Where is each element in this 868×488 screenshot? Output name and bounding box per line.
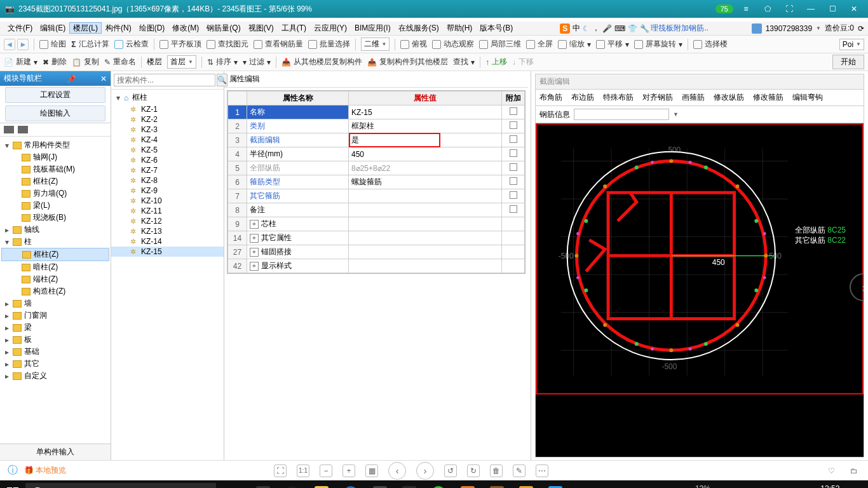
- tree-item[interactable]: ▸其它: [1, 358, 109, 370]
- kz-item[interactable]: ✲KZ-1: [111, 104, 224, 114]
- kz-item[interactable]: ✲KZ-5: [111, 145, 224, 155]
- menu-8[interactable]: 工具(T): [278, 22, 310, 34]
- floor-combo[interactable]: 首层▼: [167, 55, 196, 69]
- menu-11[interactable]: 在线服务(S): [395, 22, 443, 34]
- more-icon[interactable]: ⋯: [536, 464, 548, 477]
- app-10[interactable]: [541, 480, 569, 488]
- rotate-left-icon[interactable]: ↺: [444, 464, 457, 477]
- kz-item[interactable]: ✲KZ-15: [111, 247, 224, 257]
- screenspin-button[interactable]: 屏幕旋转 ▾: [634, 39, 682, 50]
- menu-2[interactable]: 楼层(L): [69, 22, 102, 34]
- start-button[interactable]: 开始: [832, 55, 864, 69]
- tray-clock[interactable]: 12:522017/5/13: [813, 485, 847, 488]
- app-8[interactable]: [483, 480, 511, 488]
- movedown-button[interactable]: ↓ 下移: [512, 57, 534, 67]
- tree-item[interactable]: 构造柱(Z): [1, 285, 109, 297]
- kz-item[interactable]: ✲KZ-13: [111, 226, 224, 236]
- rename-button[interactable]: ✎ 重命名: [104, 57, 136, 67]
- prop-row[interactable]: 7其它箍筋: [228, 189, 525, 203]
- section-tab[interactable]: 布边筋: [571, 92, 594, 103]
- copytoother-button[interactable]: 📤 复制构件到其他楼层: [367, 57, 448, 67]
- kz-item[interactable]: ✲KZ-6: [111, 155, 224, 165]
- copyfromother-button[interactable]: 📥 从其他楼层复制构件: [281, 57, 362, 67]
- local3d-button[interactable]: 局部三维: [479, 39, 521, 50]
- menu-12[interactable]: 帮助(H): [443, 22, 477, 34]
- tree-item[interactable]: 框柱(Z): [1, 248, 109, 261]
- dock-footer[interactable]: 单构件输入: [0, 444, 111, 460]
- selfloor-button[interactable]: 选择楼: [693, 39, 728, 50]
- ratio-1-1-icon[interactable]: 1:1: [297, 464, 309, 477]
- project-settings-button[interactable]: 工程设置: [5, 87, 105, 103]
- edit-image-icon[interactable]: ✎: [513, 464, 526, 477]
- cpu-meter[interactable]: 13%CPU使用: [687, 485, 718, 488]
- tree-item[interactable]: ▸门窗洞: [1, 309, 109, 322]
- kz-item[interactable]: ✲KZ-12: [111, 216, 224, 226]
- tree-item[interactable]: ▸梁: [1, 322, 109, 334]
- sort-button[interactable]: ⇅ 排序 ▾: [207, 57, 238, 67]
- module-tree[interactable]: ▾常用构件类型轴网(J)筏板基础(M)框柱(Z)剪力墙(Q)梁(L)现浇板(B)…: [0, 137, 111, 444]
- taskbar-search[interactable]: 在这里输入你要搜索的内容: [25, 483, 216, 488]
- menu-0[interactable]: 文件(F): [4, 22, 36, 34]
- prop-row[interactable]: 5全部纵筋8⌀25+8⌀22: [228, 161, 525, 175]
- actual-size-icon[interactable]: ⛶: [274, 464, 287, 477]
- favorite-icon[interactable]: ♡: [825, 464, 837, 477]
- toggle-b-icon[interactable]: [18, 126, 28, 133]
- menu-1[interactable]: 编辑(E): [36, 22, 69, 34]
- kz-item[interactable]: ✲KZ-9: [111, 186, 224, 196]
- menu-13[interactable]: 版本号(B): [476, 22, 517, 34]
- prop-row[interactable]: 2类别框架柱: [228, 119, 525, 133]
- info-icon[interactable]: ⓘ: [8, 464, 18, 477]
- new-button[interactable]: 📄 新建 ▾: [4, 57, 37, 67]
- next-image-button[interactable]: ›: [416, 462, 434, 480]
- tree-item[interactable]: 现浇板(B): [1, 212, 109, 224]
- kz-item[interactable]: ✲KZ-4: [111, 135, 224, 145]
- prop-row[interactable]: 8备注: [228, 203, 525, 217]
- kz-list[interactable]: ▾⌂框柱✲KZ-1✲KZ-2✲KZ-3✲KZ-4✲KZ-5✲KZ-6✲KZ-7✲…: [111, 90, 224, 460]
- moveup-button[interactable]: ↑ 上移: [485, 57, 507, 67]
- maximize-icon[interactable]: ☐: [824, 4, 841, 13]
- section-tab[interactable]: 对齐钢筋: [642, 92, 673, 103]
- menu-5[interactable]: 修改(M): [168, 22, 203, 34]
- app-1[interactable]: [249, 480, 277, 488]
- back-button[interactable]: ◄: [4, 39, 15, 50]
- tree-item[interactable]: ▾柱: [1, 236, 109, 248]
- forward-button[interactable]: ►: [17, 39, 29, 50]
- app-9[interactable]: [512, 480, 540, 488]
- sumcalc-button[interactable]: Σ 汇总计算: [71, 39, 109, 50]
- viewmode-combo[interactable]: 二维▼: [361, 37, 390, 51]
- prop-row[interactable]: 1名称KZ-15: [228, 105, 525, 119]
- prop-row[interactable]: 3截面编辑是: [228, 133, 525, 147]
- draw-button[interactable]: 绘图: [39, 39, 66, 50]
- rebar-info-input[interactable]: [574, 109, 669, 120]
- start-button-win[interactable]: [0, 480, 25, 488]
- kz-item[interactable]: ✲KZ-10: [111, 196, 224, 206]
- draw-input-button[interactable]: 绘图输入: [5, 105, 105, 121]
- prop-row[interactable]: 27+锚固搭接: [228, 245, 525, 259]
- prop-row[interactable]: 9+芯柱: [228, 217, 525, 231]
- delete-button[interactable]: ✖ 删除: [43, 57, 67, 67]
- tree-item[interactable]: ▾常用构件类型: [1, 139, 109, 151]
- taskview-icon[interactable]: [220, 480, 248, 488]
- menu-6[interactable]: 钢筋量(Q): [203, 22, 244, 34]
- filter-button[interactable]: ▾ 过滤 ▾: [243, 57, 271, 67]
- app-edge[interactable]: [337, 480, 365, 488]
- section-tab[interactable]: 修改纵筋: [714, 92, 744, 103]
- tree-item[interactable]: ▸板: [1, 334, 109, 346]
- section-canvas[interactable]: 500 -500 500 -500: [535, 123, 864, 458]
- app-store[interactable]: [395, 480, 423, 488]
- toggle-a-icon[interactable]: [4, 126, 14, 133]
- tree-item[interactable]: 暗柱(Z): [1, 261, 109, 273]
- poi-combo[interactable]: Poi ▼: [839, 39, 864, 50]
- app-7[interactable]: [454, 480, 482, 488]
- menu-9[interactable]: 云应用(Y): [310, 22, 351, 34]
- tree-item[interactable]: 筏板基础(M): [1, 163, 109, 175]
- close-icon[interactable]: ✕: [845, 4, 863, 13]
- prop-row[interactable]: 42+显示样式: [228, 259, 525, 273]
- prop-row[interactable]: 4半径(mm)450: [228, 147, 525, 161]
- zoom-in-icon[interactable]: +: [342, 464, 355, 477]
- app-camera[interactable]: [366, 480, 394, 488]
- kz-item[interactable]: ✲KZ-11: [111, 206, 224, 216]
- prop-row[interactable]: 14+其它属性: [228, 231, 525, 245]
- app-fileexplorer[interactable]: [308, 480, 336, 488]
- dynview-button[interactable]: 动态观察: [432, 39, 474, 50]
